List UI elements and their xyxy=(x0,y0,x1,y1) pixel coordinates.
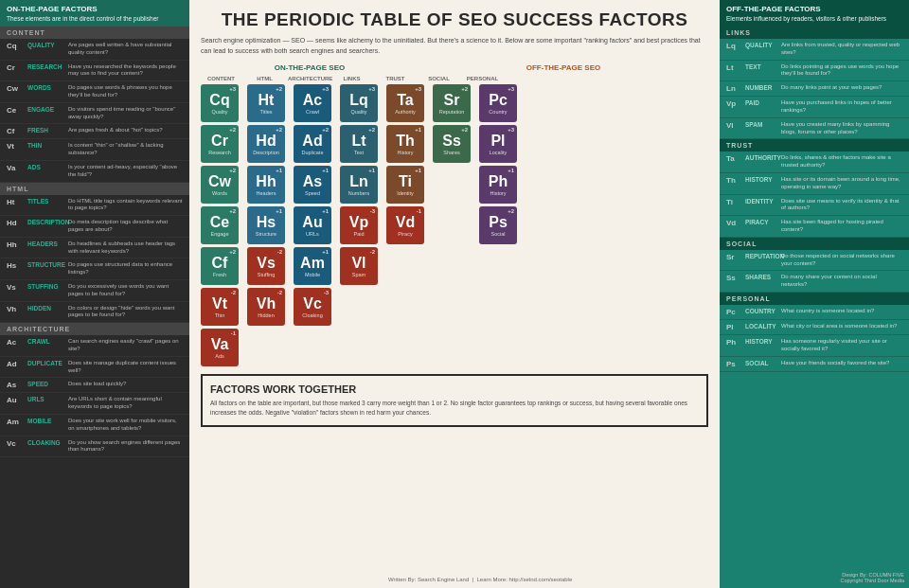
right-item-label: SPAM xyxy=(745,121,778,128)
right-sidebar-header: OFF-THE-PAGE FACTORS Elements influenced… xyxy=(720,0,909,27)
right-item-code: Ph xyxy=(726,338,745,347)
element-am: +1 Am Mobile xyxy=(294,247,331,285)
item-label: ENGAGE xyxy=(27,106,65,113)
column-labels: CONTENTHTMLARCHITECTURELINKSTRUSTSOCIALP… xyxy=(201,76,708,81)
right-sidebar-item: Vd PIRACY Has site been flagged for host… xyxy=(720,216,909,238)
element-superscript: -2 xyxy=(277,290,282,295)
element-symbol: Ps xyxy=(489,215,508,230)
element-symbol: Cw xyxy=(208,174,231,189)
element-name: Numbers xyxy=(348,190,369,196)
element-superscript: +3 xyxy=(508,127,514,133)
element-symbol: Th xyxy=(396,134,415,149)
periodic-table: +3 Cq Quality +2 Ht Titles +3 Ac Crawl +… xyxy=(201,84,708,366)
right-item-code: Lt xyxy=(726,63,745,72)
element-symbol: Am xyxy=(300,256,325,271)
right-sidebar-item: Pc COUNTRY What country is someone locat… xyxy=(720,305,909,320)
item-desc: Are URLs short & contain meaningful keyw… xyxy=(68,396,183,411)
right-sidebar-content: LINKS Lq QUALITY Are links from trusted,… xyxy=(720,27,909,372)
item-code: Ht xyxy=(7,198,27,206)
sidebar-item: Hd DESCRIPTION Do meta description tags … xyxy=(0,216,189,238)
element-name: Speed xyxy=(305,190,320,196)
element-symbol: Vc xyxy=(303,296,322,312)
element-symbol: Ph xyxy=(489,174,508,189)
sidebar-item: Hs STRUCTURE Do pages use structured dat… xyxy=(0,258,189,280)
element-space xyxy=(433,166,471,204)
item-code: Cq xyxy=(7,42,27,50)
item-code: Au xyxy=(7,396,27,404)
element-space xyxy=(386,288,424,326)
item-label: SPEED xyxy=(27,381,65,387)
right-item-desc: Are links from trusted, quality or respe… xyxy=(781,42,902,57)
right-item-code: Lq xyxy=(726,42,745,50)
element-superscript: +1 xyxy=(322,249,329,255)
element-superscript: -2 xyxy=(277,249,282,255)
element-space xyxy=(479,288,517,326)
right-item-label: IDENTITY xyxy=(745,198,778,205)
item-label: HIDDEN xyxy=(27,305,65,312)
right-item-desc: What city or local area is someone locat… xyxy=(781,323,897,330)
element-ps: +2 Ps Social xyxy=(479,206,517,244)
element-symbol: Cq xyxy=(209,93,229,108)
item-code: Ac xyxy=(7,338,27,347)
item-label: ADS xyxy=(27,164,65,170)
right-item-label: NUMBER xyxy=(745,84,778,91)
col-label: HTML xyxy=(244,76,285,81)
item-desc: Are pages well written & have substantia… xyxy=(68,42,183,57)
item-desc: Do you show search engines different pag… xyxy=(68,439,183,454)
item-label: DUPLICATE xyxy=(27,360,65,366)
element-superscript: +1 xyxy=(276,208,282,214)
element-space xyxy=(479,329,517,366)
right-item-desc: Have you purchased links in hopes of bet… xyxy=(781,99,902,115)
element-name: Identity xyxy=(397,190,414,196)
item-label: TITLES xyxy=(27,198,65,205)
item-desc: Can search engines easily "crawl" pages … xyxy=(68,338,183,353)
element-name: Spam xyxy=(352,272,365,277)
right-item-label: QUALITY xyxy=(745,42,778,48)
item-desc: Do pages use structured data to enhance … xyxy=(68,261,183,276)
element-superscript: +1 xyxy=(415,127,421,133)
right-item-code: Vd xyxy=(726,219,745,227)
element-ac: +3 Ac Crawl xyxy=(294,84,331,122)
right-item-code: Ss xyxy=(726,274,745,282)
periodic-table-row: +2 Cr Research +2 Hd Description +2 Ad D… xyxy=(201,125,708,163)
sidebar-item: Ac CRAWL Can search engines easily "craw… xyxy=(0,335,189,357)
element-space xyxy=(433,288,471,326)
item-desc: Do headlines & subheads use header tags … xyxy=(68,241,183,256)
credits-copyright: Copyright Third Door Media xyxy=(841,578,904,583)
item-code: Ce xyxy=(7,106,27,115)
element-name: Titles xyxy=(260,109,273,115)
element-vh: -2 Vh Hidden xyxy=(247,288,285,326)
element-name: Quality xyxy=(350,109,366,115)
sidebar-item: Am MOBILE Does your site work well for m… xyxy=(0,415,189,437)
element-superscript: +2 xyxy=(229,208,236,214)
right-item-label: SHARES xyxy=(745,274,778,280)
element-name: Crawl xyxy=(306,109,319,115)
item-label: QUALITY xyxy=(27,42,65,48)
right-item-desc: Do links, shares & other factors make si… xyxy=(781,154,902,169)
right-section-title: LINKS xyxy=(720,27,909,39)
right-sidebar-item: Sr REPUTATION Do those respected on soci… xyxy=(720,250,909,272)
element-name: Words xyxy=(212,190,227,196)
right-item-label: REPUTATION xyxy=(745,253,778,259)
col-label: TRUST xyxy=(375,76,416,81)
offpage-header: OFF-THE-PAGE SEO xyxy=(419,63,708,72)
element-space xyxy=(340,329,378,366)
element-symbol: Au xyxy=(302,215,322,230)
sidebar-item: As SPEED Does site load quickly? xyxy=(0,378,189,393)
right-item-label: PIRACY xyxy=(745,219,778,225)
sidebar-section-title: CONTENT xyxy=(0,27,189,39)
element-name: Fresh xyxy=(213,272,226,277)
element-as: +1 As Speed xyxy=(294,166,331,204)
sidebar-item: Au URLS Are URLs short & contain meaning… xyxy=(0,393,189,415)
right-sidebar-item: Ph HISTORY Has someone regularly visited… xyxy=(720,335,909,357)
element-pc: +3 Pc Country xyxy=(479,84,517,122)
element-symbol: Hs xyxy=(257,215,276,230)
element-superscript: +1 xyxy=(508,168,514,173)
element-name: Research xyxy=(208,150,231,155)
element-superscript: +2 xyxy=(276,127,282,133)
right-sidebar-item: Vl SPAM Have you created many links by s… xyxy=(720,118,909,140)
page-title: THE PERIODIC TABLE OF SEO SUCCESS FACTOR… xyxy=(201,9,708,30)
element-symbol: Ad xyxy=(302,134,322,149)
element-symbol: Vs xyxy=(257,256,276,271)
element-symbol: As xyxy=(303,174,322,189)
